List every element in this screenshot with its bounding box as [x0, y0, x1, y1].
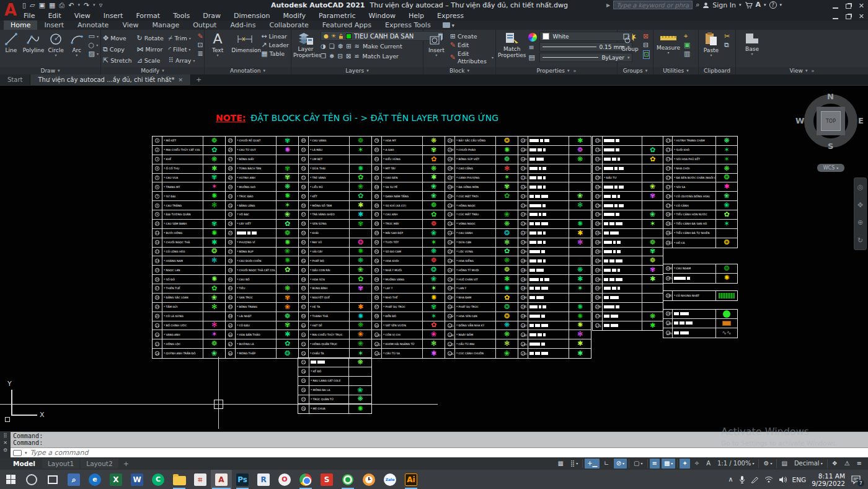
layer-color-swatch[interactable] [346, 34, 352, 39]
rectangle-button[interactable]: ▭▾ [89, 33, 99, 40]
layer-off-icon[interactable]: ◑ [321, 43, 326, 50]
doc-minimize-button[interactable] [833, 14, 838, 19]
undo-icon[interactable]: ↶ [68, 1, 74, 10]
measure-button[interactable]: Measure▾ [655, 31, 681, 67]
hatch-button[interactable]: ▨▾ [89, 50, 99, 58]
group-selection-button[interactable]: ⊡ [643, 50, 650, 59]
layer-walk-icon[interactable]: ⊠ [346, 53, 351, 60]
status-workspace-switching[interactable]: ⚙▾ [761, 459, 774, 469]
navigation-bar[interactable]: ◎ ✥ ⊕ ↻ [854, 177, 867, 250]
menu-item-help[interactable]: Help [409, 12, 424, 20]
viewcube-east[interactable]: E [858, 116, 864, 125]
notification-center-button[interactable]: 7 [851, 475, 862, 485]
ungroup-button[interactable]: ⊠ [643, 33, 650, 40]
taskbar-app-search-app[interactable]: ⌕ [63, 470, 84, 489]
modify-rotate-button[interactable]: ↻Rotate [137, 33, 164, 43]
layer-lock-icon[interactable]: ⊞ [346, 43, 351, 50]
panel-title-draw[interactable]: Draw▾ [0, 67, 100, 74]
menu-item-file[interactable]: File [24, 12, 35, 20]
pan-icon[interactable]: ✥ [857, 201, 863, 209]
taskbar-app-edge[interactable]: e [84, 470, 105, 489]
menu-item-modify[interactable]: Modify [283, 12, 306, 20]
viewcube[interactable]: N S E W TOP [799, 92, 863, 160]
taskbar-app-excel[interactable]: X [105, 470, 126, 489]
search-icon[interactable]: ⌕ [696, 1, 699, 9]
layer-properties-button[interactable]: Layer Properties [293, 31, 318, 67]
layer-freeze-icon[interactable]: ❆ [338, 43, 343, 50]
ribbon-display-toggle[interactable]: ▾ [438, 20, 460, 30]
status-isolate-objects[interactable]: ▤ [779, 459, 789, 469]
save-icon[interactable]: ▣ [39, 1, 45, 10]
panel-title-annotation[interactable]: Annotation▾ [205, 67, 291, 74]
doc-restore-button[interactable] [846, 14, 851, 19]
layer-unlock-all-icon[interactable]: ⊟ [337, 53, 342, 60]
erase-button[interactable]: ✎ [198, 33, 203, 40]
ribbon-tab-express-tools[interactable]: Express Tools [378, 20, 438, 30]
copy-clip-button[interactable]: ⧉ [724, 42, 730, 49]
layer-isolate-icon[interactable]: ❏ [329, 43, 335, 50]
layer-unlock-icon[interactable] [339, 34, 343, 39]
save-as-icon[interactable]: ▦ [49, 1, 55, 10]
lineweight-list-icon[interactable]: ≡ [528, 43, 537, 52]
ribbon-tab-annotate[interactable]: Annotate [71, 20, 115, 30]
taskbar-clock[interactable]: 8:11 AM 9/29/2022 [812, 472, 845, 487]
taskbar-app-photoshop[interactable]: Ps [232, 470, 253, 489]
modify-array-button[interactable]: ⠿Array▾ [169, 55, 195, 66]
command-input[interactable] [30, 449, 866, 457]
panel-title-groups[interactable]: Groups▾ [618, 67, 653, 74]
ribbon-tab-home[interactable]: Home [4, 20, 37, 30]
panel-title-utilities[interactable]: Utilities▾ [653, 67, 698, 74]
ribbon-tab-add-ins[interactable]: Add-ins [223, 20, 262, 30]
sign-in-dropdown-icon[interactable]: ▾ [739, 1, 742, 9]
color-wheel-icon[interactable] [528, 33, 537, 42]
viewcube-south[interactable]: S [828, 141, 833, 151]
status-annotation-scale-icon[interactable]: A [704, 459, 713, 469]
linetype-list-icon[interactable]: ▤ [528, 53, 537, 61]
file-tab-close-icon[interactable]: ✕ [178, 77, 183, 83]
menu-item-draw[interactable]: Draw [203, 12, 221, 20]
drawing-canvas[interactable]: NOTE:ĐẶT BLOCK CÂY TÊN GÌ - > ĐẶT TÊN LA… [0, 85, 868, 431]
panel-title-clipboard[interactable]: Clipboard [699, 67, 735, 74]
taskbar-app-task-view[interactable] [42, 470, 63, 489]
orbit-icon[interactable]: ↻ [857, 236, 863, 244]
status-customization-menu[interactable]: ≡ [854, 459, 864, 469]
plot-icon[interactable]: ⎙ [59, 1, 64, 10]
explode-button[interactable]: ⊡ [198, 42, 203, 49]
layer-thaw-all-icon[interactable]: ❅ [329, 53, 334, 60]
layer-unisolate-icon[interactable]: ❐ [321, 53, 326, 60]
command-customize-icon[interactable]: ⚙ [3, 447, 7, 453]
command-grip-icon[interactable]: ⣿ [4, 433, 7, 438]
match-layer-button[interactable]: Match Layer [363, 53, 399, 60]
menu-item-express[interactable]: Express [437, 12, 464, 20]
status-autoscale[interactable]: ✧ [692, 459, 702, 469]
taskbar-app-chrome[interactable] [295, 470, 316, 489]
ribbon-tab-manage[interactable]: Manage [146, 20, 187, 30]
taskbar-app-file-explorer[interactable] [169, 470, 190, 489]
redo-icon[interactable]: ↷ [84, 1, 89, 10]
file-tab-start[interactable]: Start [0, 74, 30, 85]
modify-copy-button[interactable]: ⧉Copy [103, 44, 132, 55]
autocad-logo-icon[interactable]: A [1, 0, 20, 20]
circle-button[interactable]: Circle▾ [46, 31, 65, 67]
status-graphics-performance[interactable]: ❖ [830, 459, 840, 469]
modify-move-button[interactable]: ✥Move [103, 33, 132, 43]
viewcube-north[interactable]: N [827, 92, 834, 101]
search-input[interactable] [613, 1, 693, 9]
text-button[interactable]: A Text▾ [206, 31, 229, 67]
block-edit-button[interactable]: ✎Edit [450, 42, 494, 49]
modify-scale-button[interactable]: ⊿Scale [137, 55, 164, 66]
speaker-icon[interactable] [779, 476, 787, 483]
taskbar-app-illustrator[interactable]: Ai [401, 470, 422, 489]
wcs-button[interactable]: WCS▾ [817, 164, 844, 172]
menu-item-window[interactable]: Window [369, 12, 396, 20]
status-object-snap-tracking[interactable]: ≡ [650, 459, 660, 469]
menu-item-dimension[interactable]: Dimension [234, 12, 270, 20]
line-button[interactable]: Line [2, 31, 20, 67]
ellipse-button[interactable]: ○▾ [89, 42, 99, 49]
close-button[interactable]: ✕ [859, 2, 864, 10]
status-units[interactable]: Decimal▾ [792, 459, 825, 469]
app-store-cart-icon[interactable] [745, 2, 753, 9]
layer-on-icon[interactable]: ● [324, 33, 329, 39]
doc-close-button[interactable]: ✕ [859, 12, 864, 20]
panel-title-view[interactable]: View▾» [736, 67, 868, 74]
